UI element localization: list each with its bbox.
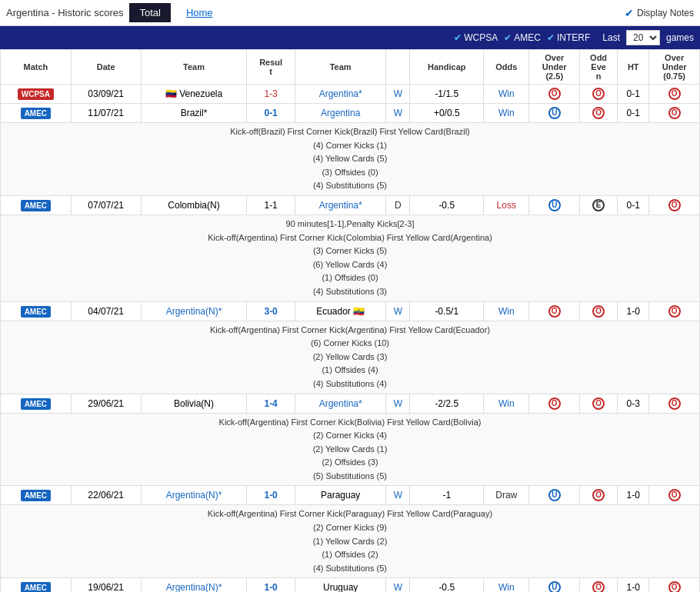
ht-cell: 1-0 xyxy=(618,486,649,505)
handicap-cell: -1 xyxy=(410,486,484,505)
detail-cell: Kick-off(Argentina) First Corner Kick(Ar… xyxy=(1,321,700,394)
tab-home[interactable]: Home xyxy=(177,4,222,22)
result-cell: 1-3 xyxy=(247,85,295,104)
team2-name[interactable]: Paraguay xyxy=(321,490,360,501)
col-odd-even: OddEven xyxy=(580,50,618,85)
odds-cell: Loss xyxy=(484,195,529,215)
detail-cell: 90 minutes[1-1],Penalty Kicks[2-3]Kick-o… xyxy=(1,215,700,301)
table-row: AMEC 29/06/21 Bolivia(N) 1-4 Argentina* … xyxy=(1,394,700,413)
wcpsa-filter[interactable]: ✔ WCPSA xyxy=(454,32,498,43)
col-ht: HT xyxy=(618,50,649,85)
table-row: AMEC 04/07/21 Argentina(N)* 3-0 Ecuador … xyxy=(1,301,700,321)
team1-name[interactable]: Argentina(N)* xyxy=(166,306,222,317)
over-under-cell: O xyxy=(529,301,580,321)
detail-cell: Kick-off(Argentina) First Corner Kick(Pa… xyxy=(1,505,700,578)
date-cell: 04/07/21 xyxy=(71,301,141,321)
last-count-select[interactable]: 10 20 30 50 xyxy=(626,30,660,45)
odds-cell: Win xyxy=(484,394,529,413)
match-badge: AMEC xyxy=(1,394,72,413)
team2-name[interactable]: Argentina* xyxy=(319,88,362,99)
col-wdl xyxy=(386,50,410,85)
col-date: Date xyxy=(71,50,141,85)
over-under-cell: O xyxy=(529,394,580,413)
over-under-cell: U xyxy=(529,578,580,592)
team2-cell: Argentina* xyxy=(295,85,386,104)
ht-cell: 1-0 xyxy=(618,578,649,592)
detail-row: Kick-off(Brazil) First Corner Kick(Brazi… xyxy=(1,123,700,196)
team1-name[interactable]: Argentina(N)* xyxy=(166,490,222,501)
detail-row: Kick-off(Argentina) First Corner Kick(Ar… xyxy=(1,321,700,394)
team2-cell: Argentina* xyxy=(295,394,386,413)
detail-row: 90 minutes[1-1],Penalty Kicks[2-3]Kick-o… xyxy=(1,215,700,301)
amec-filter[interactable]: ✔ AMEC xyxy=(504,32,541,43)
wdl-cell: W xyxy=(386,301,410,321)
handicap-cell: -0.5/1 xyxy=(410,301,484,321)
team1-name[interactable]: Venezuela xyxy=(179,88,222,99)
detail-row: Kick-off(Argentina) First Corner Kick(Bo… xyxy=(1,413,700,486)
interf-label: INTERF xyxy=(557,32,590,43)
wdl-cell: W xyxy=(386,85,410,104)
date-cell: 29/06/21 xyxy=(71,394,141,413)
odd-even-cell: O xyxy=(580,301,618,321)
over-under-075-cell: O xyxy=(649,578,700,592)
ht-cell: 1-0 xyxy=(618,301,649,321)
page-title: Argentina - Historic scores xyxy=(6,7,123,18)
flag-icon: 🇻🇪 xyxy=(165,88,177,99)
team2-cell: Uruguay xyxy=(295,578,386,592)
team1-cell: Bolivia(N) xyxy=(141,394,247,413)
over-under-075-cell: O xyxy=(649,195,700,215)
display-notes-toggle[interactable]: ✔ Display Notes xyxy=(625,7,694,19)
team2-name[interactable]: Argentina* xyxy=(319,200,362,211)
team2-name[interactable]: Argentina xyxy=(321,108,360,118)
date-cell: 11/07/21 xyxy=(71,104,141,123)
interf-filter[interactable]: ✔ INTERF xyxy=(547,32,590,43)
games-label: games xyxy=(666,32,694,43)
tab-total[interactable]: Total xyxy=(129,3,170,22)
detail-cell: Kick-off(Brazil) First Corner Kick(Brazi… xyxy=(1,123,700,196)
team2-name[interactable]: Ecuador xyxy=(316,306,351,317)
team1-name[interactable]: Colombia(N) xyxy=(168,200,219,211)
team1-name[interactable]: Bolivia(N) xyxy=(174,398,214,409)
result-cell: 0-1 xyxy=(247,104,295,123)
team2-cell: Paraguay xyxy=(295,486,386,505)
col-over-under-25: OverUnder(2.5) xyxy=(529,50,580,85)
date-cell: 03/09/21 xyxy=(71,85,141,104)
result-cell: 3-0 xyxy=(247,301,295,321)
col-odds: Odds xyxy=(484,50,529,85)
checkmark-icon: ✔ xyxy=(625,7,634,19)
wdl-cell: W xyxy=(386,578,410,592)
team1-name[interactable]: Argentina(N)* xyxy=(166,582,222,592)
col-result: Result xyxy=(247,50,295,85)
col-over-under-075: OverUnder(0.75) xyxy=(649,50,700,85)
scores-table: Match Date Team Result Team Handicap Odd… xyxy=(0,49,700,592)
match-badge: AMEC xyxy=(1,195,72,215)
team2-cell: Argentina* xyxy=(295,195,386,215)
team2-name[interactable]: Argentina* xyxy=(319,398,362,409)
team1-cell: Brazil* xyxy=(141,104,247,123)
ht-cell: 0-1 xyxy=(618,104,649,123)
handicap-cell: +0/0.5 xyxy=(410,104,484,123)
team2-name[interactable]: Uruguay xyxy=(323,582,358,592)
team1-cell: Argentina(N)* xyxy=(141,578,247,592)
col-match: Match xyxy=(1,50,72,85)
over-under-075-cell: O xyxy=(649,104,700,123)
handicap-cell: -0.5 xyxy=(410,195,484,215)
detail-row: Kick-off(Argentina) First Corner Kick(Pa… xyxy=(1,505,700,578)
detail-cell: Kick-off(Argentina) First Corner Kick(Bo… xyxy=(1,413,700,486)
odd-even-cell: O xyxy=(580,85,618,104)
team2-cell: Ecuador 🇪🇨 xyxy=(295,301,386,321)
ht-cell: 0-1 xyxy=(618,85,649,104)
odds-cell: Win xyxy=(484,85,529,104)
team1-name[interactable]: Brazil* xyxy=(181,108,208,118)
table-row: WCPSA 03/09/21 🇻🇪 Venezuela 1-3 Argentin… xyxy=(1,85,700,104)
interf-check-icon: ✔ xyxy=(547,32,555,43)
result-cell: 1-0 xyxy=(247,578,295,592)
over-under-cell: O xyxy=(529,85,580,104)
team1-cell: Argentina(N)* xyxy=(141,301,247,321)
odd-even-cell: E xyxy=(580,195,618,215)
date-cell: 22/06/21 xyxy=(71,486,141,505)
match-badge: AMEC xyxy=(1,104,72,123)
match-badge: AMEC xyxy=(1,486,72,505)
handicap-cell: -1/1.5 xyxy=(410,85,484,104)
col-team1: Team xyxy=(141,50,247,85)
